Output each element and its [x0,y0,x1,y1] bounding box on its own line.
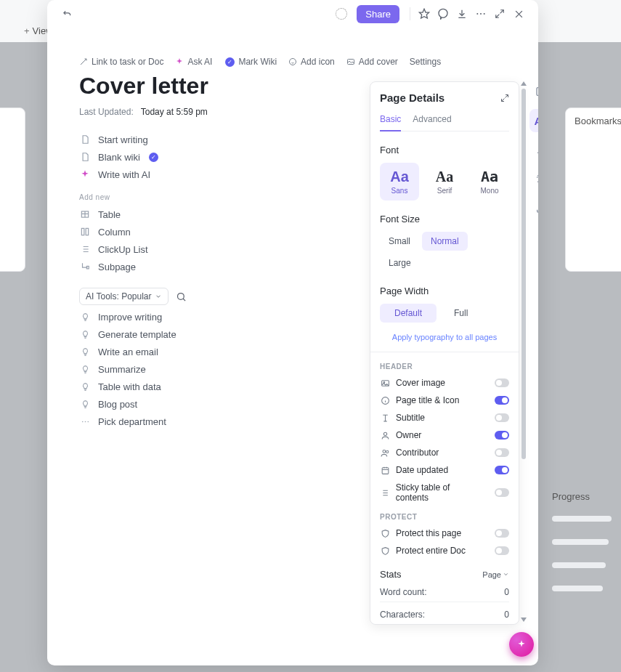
svg-point-20 [386,450,388,453]
bookmarks-label: Bookmarks [575,116,621,126]
comment-icon[interactable] [434,4,452,23]
scroll-thumb[interactable] [521,89,526,459]
download-icon[interactable] [452,4,471,23]
scroll-down-arrow[interactable] [521,618,527,622]
add-list-button[interactable]: ClickUp List [79,240,355,258]
svg-point-4 [484,13,485,15]
last-updated: Last Updated: Today at 5:59 pm [79,107,208,117]
settings-button[interactable]: Settings [410,57,441,67]
search-icon [176,291,187,302]
ai-tools-selector[interactable]: AI Tools: Popular [79,288,169,305]
ai-email-button[interactable]: Write an email [79,343,355,360]
font-sans-option[interactable]: AaSans [380,163,419,201]
owner-label: Owner [396,430,421,440]
ai-improve-label: Improve writing [98,312,162,323]
add-subpage-button[interactable]: Subpage [79,258,355,275]
mark-wiki-button[interactable]: ✓ Mark Wiki [224,57,277,67]
svg-rect-21 [382,467,389,474]
scroll-up-arrow[interactable] [521,81,527,86]
ai-improve-button[interactable]: Improve writing [79,308,355,325]
chevron-down-icon [155,293,162,300]
page-width-full[interactable]: Full [439,304,482,323]
table-icon [79,209,91,220]
tab-advanced[interactable]: Advanced [413,114,451,131]
cover-image-toggle[interactable] [495,378,509,387]
date-toggle[interactable] [495,466,509,474]
page-title[interactable]: Cover letter [79,73,208,100]
bulb-icon [79,398,91,410]
add-icon-button[interactable]: Add icon [288,57,335,67]
font-serif-option[interactable]: AaSerif [425,163,464,201]
font-size-small[interactable]: Small [380,232,419,251]
font-heading: Font [380,145,509,155]
bulb-icon [79,328,91,340]
ai-dept-button[interactable]: Pick department [79,413,355,430]
panel-tabs: Basic Advanced [380,114,509,131]
title-icon-toggle[interactable] [495,396,509,405]
ai-template-button[interactable]: Generate template [79,325,355,343]
subpage-icon [79,261,91,272]
mini-wand-icon[interactable] [529,138,538,161]
font-size-large[interactable]: Large [380,254,420,272]
list-icon [79,243,91,255]
page-details-panel: Page Details Basic Advanced Font AaSans … [370,81,519,625]
add-table-label: Table [98,209,121,220]
protect-doc-row: Protect entire Doc [380,546,509,556]
svg-point-19 [382,450,385,453]
ai-blog-button[interactable]: Blog post [79,395,355,413]
link-task-doc-button[interactable]: Link to task or Doc [79,57,163,67]
more-icon[interactable] [471,4,490,23]
share-button[interactable]: Share [357,5,399,23]
ai-tools-selector-label: AI Tools: Popular [86,291,152,301]
ai-dept-label: Pick department [98,416,166,427]
page-width-default[interactable]: Default [380,304,437,323]
toolbar-separator [410,7,410,20]
svg-point-5 [290,59,296,65]
contributor-toggle[interactable] [495,448,509,457]
star-icon[interactable] [415,4,434,23]
ai-summarize-button[interactable]: Summarize [79,360,355,378]
start-writing-button[interactable]: Start writing [79,131,355,148]
bg-skeleton-bar [552,586,603,591]
protect-doc-toggle[interactable] [495,546,509,555]
add-table-button[interactable]: Table [79,206,355,223]
font-size-normal[interactable]: Normal [422,232,468,251]
mini-panel-icon[interactable] [529,80,538,103]
ai-tools-search-button[interactable] [176,291,187,302]
panel-title: Page Details [380,92,445,104]
stats-scope-selector[interactable]: Page [482,570,509,579]
page-icon [79,151,91,163]
ai-table-button[interactable]: Table with data [79,378,355,395]
add-column-button[interactable]: Column [79,223,355,240]
subtitle-row: Subtitle [380,413,509,423]
blank-wiki-label: Blank wiki [98,152,140,163]
users-icon [380,448,390,458]
panel-expand-icon[interactable] [500,94,509,102]
add-cover-button[interactable]: Add cover [346,57,398,67]
mini-sparkle-icon[interactable] [529,167,538,190]
toc-toggle[interactable] [495,488,509,497]
font-options: AaSans AaSerif AaMono [380,163,509,201]
mini-typography-icon[interactable]: Aa [529,109,538,132]
subtitle-toggle[interactable] [495,413,509,422]
bulb-icon [79,363,91,375]
apply-typography-link[interactable]: Apply typography to all pages [380,333,509,341]
font-mono-option[interactable]: AaMono [470,163,509,201]
blank-wiki-button[interactable]: Blank wiki ✓ [79,148,355,166]
back-icon[interactable] [57,4,76,23]
font-size-options: Small Normal Large [380,232,509,272]
expand-icon[interactable] [490,4,509,23]
owner-toggle[interactable] [495,431,509,440]
ai-table-label: Table with data [98,381,161,392]
status-icon[interactable] [332,4,351,23]
starter-suggestions: Start writing Blank wiki ✓ Write with AI [79,131,355,183]
bg-skeleton-bar [552,539,609,545]
close-icon[interactable] [509,4,528,23]
ai-fab-button[interactable] [509,632,534,657]
ask-ai-button[interactable]: Ask AI [175,57,212,67]
mini-export-icon[interactable] [529,196,538,219]
tab-basic[interactable]: Basic [380,114,401,131]
protect-page-toggle[interactable] [495,529,509,538]
protect-page-label: Protect this page [396,528,461,538]
write-with-ai-button[interactable]: Write with AI [79,166,355,183]
